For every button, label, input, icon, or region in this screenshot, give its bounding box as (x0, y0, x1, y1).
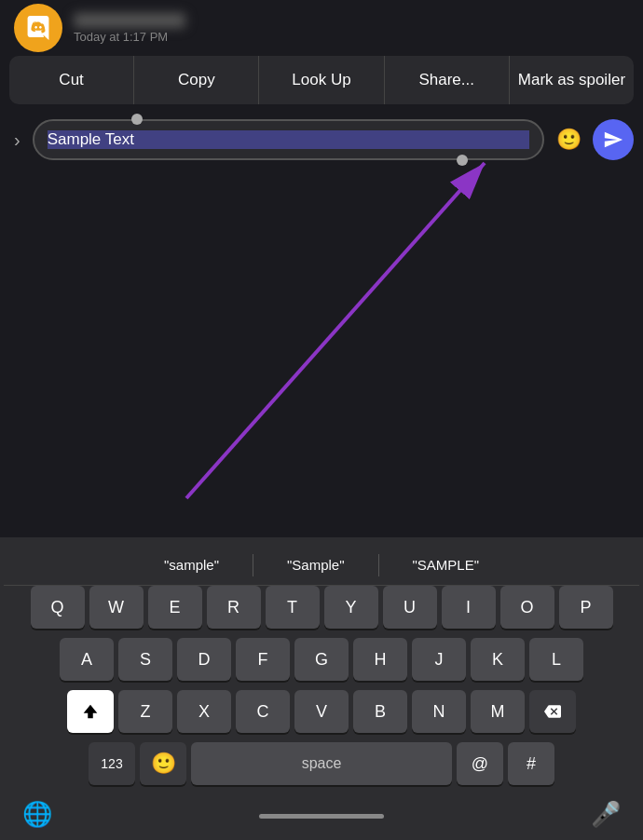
top-bar: Today at 1:17 PM (0, 0, 643, 56)
key-s[interactable]: S (118, 638, 172, 681)
input-text: Sample Text (48, 130, 529, 149)
emoji-keyboard-key[interactable]: 🙂 (140, 742, 186, 785)
share-button[interactable]: Share... (385, 56, 510, 104)
key-v[interactable]: V (294, 690, 349, 733)
message-input[interactable]: Sample Text (33, 119, 544, 160)
key-e[interactable]: E (148, 586, 202, 629)
key-o[interactable]: O (500, 586, 554, 629)
username-blur (74, 13, 185, 28)
lookup-button[interactable]: Look Up (259, 56, 384, 104)
discord-logo (14, 4, 62, 52)
divider-2 (378, 554, 379, 576)
discord-icon (23, 13, 53, 43)
keyboard-row-3: Z X C V B N M (4, 690, 639, 733)
key-y[interactable]: Y (324, 586, 378, 629)
key-j[interactable]: J (412, 638, 466, 681)
keyboard-bottom-bar: 🌐 🎤 (4, 794, 639, 836)
send-icon (603, 129, 623, 150)
keyboard: "sample" "Sample" "SAMPLE" Q W E R T Y U… (0, 537, 643, 840)
suggestion-3[interactable]: "SAMPLE" (398, 553, 495, 576)
shift-icon (80, 701, 101, 722)
backspace-icon (542, 703, 563, 720)
hash-key[interactable]: # (508, 742, 554, 785)
space-key[interactable]: space (191, 742, 452, 785)
selection-handle-left (131, 114, 143, 125)
key-d[interactable]: D (177, 638, 231, 681)
microphone-icon[interactable]: 🎤 (591, 800, 621, 829)
key-l[interactable]: L (529, 638, 583, 681)
keyboard-row-4: 123 🙂 space @ # (4, 742, 639, 785)
copy-button[interactable]: Copy (134, 56, 259, 104)
input-area: › Sample Text 🙂 (0, 112, 643, 168)
annotation-arrow (149, 135, 522, 526)
suggestion-2[interactable]: "Sample" (272, 553, 360, 576)
shift-key[interactable] (67, 690, 114, 733)
timestamp: Today at 1:17 PM (74, 30, 185, 44)
key-m[interactable]: M (471, 690, 525, 733)
key-x[interactable]: X (177, 690, 231, 733)
context-menu: Cut Copy Look Up Share... Mark as spoile… (9, 56, 634, 104)
key-t[interactable]: T (266, 586, 320, 629)
key-p[interactable]: P (559, 586, 613, 629)
selection-handle-right (457, 155, 468, 166)
key-i[interactable]: I (442, 586, 496, 629)
emoji-button[interactable]: 🙂 (552, 123, 585, 156)
key-c[interactable]: C (236, 690, 290, 733)
expand-button[interactable]: › (9, 125, 25, 156)
keyboard-row-2: A S D F G H J K L (4, 638, 639, 681)
key-k[interactable]: K (471, 638, 525, 681)
divider-1 (253, 554, 253, 576)
key-u[interactable]: U (383, 586, 437, 629)
key-z[interactable]: Z (118, 690, 172, 733)
keyboard-row-1: Q W E R T Y U I O P (4, 586, 639, 629)
suggestion-1[interactable]: "sample" (149, 553, 234, 576)
home-indicator (259, 814, 384, 819)
send-button[interactable] (593, 119, 634, 160)
key-h[interactable]: H (353, 638, 407, 681)
key-n[interactable]: N (412, 690, 466, 733)
key-r[interactable]: R (207, 586, 261, 629)
svg-line-1 (186, 163, 485, 498)
at-key[interactable]: @ (457, 742, 503, 785)
globe-icon[interactable]: 🌐 (22, 800, 52, 829)
cut-button[interactable]: Cut (9, 56, 134, 104)
key-b[interactable]: B (353, 690, 407, 733)
spoiler-button[interactable]: Mark as spoiler (510, 56, 634, 104)
numbers-key[interactable]: 123 (89, 742, 135, 785)
backspace-key[interactable] (529, 690, 576, 733)
key-g[interactable]: G (294, 638, 349, 681)
key-q[interactable]: Q (31, 586, 85, 629)
key-f[interactable]: F (236, 638, 290, 681)
key-a[interactable]: A (60, 638, 114, 681)
suggestion-bar: "sample" "Sample" "SAMPLE" (4, 545, 639, 586)
top-bar-info: Today at 1:17 PM (74, 13, 185, 44)
key-w[interactable]: W (89, 586, 144, 629)
arrow-svg (149, 135, 522, 526)
